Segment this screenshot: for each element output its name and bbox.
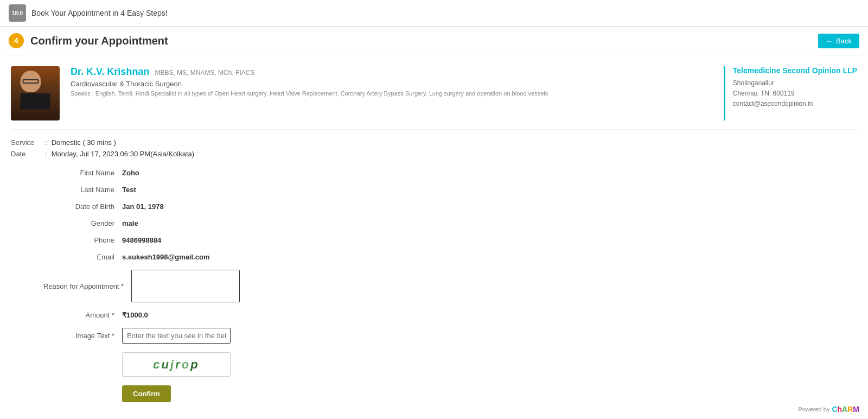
clinic-name: Telemedicine Second Opinion LLP	[733, 66, 857, 75]
first-name-label: First Name	[43, 169, 122, 177]
clinic-section: Telemedicine Second Opinion LLP Sholinga…	[724, 66, 857, 120]
amount-value: ₹1000.0	[122, 311, 148, 319]
top-bar: 18:0 Book Your Appointment in 4 Easy Ste…	[0, 0, 868, 27]
main-content: Dr. K.V. Krishnan MBBS, MS, MNAMS, MCh, …	[0, 55, 868, 419]
gender-label: Gender	[43, 219, 122, 227]
page-title: Confirm your Appointment	[30, 35, 168, 47]
doctor-credentials: MBBS, MS, MNAMS, MCh, FIACS	[155, 69, 254, 77]
last-name-value: Test	[122, 186, 136, 194]
service-value: Domestic ( 30 mins )	[52, 138, 116, 147]
amount-row: Amount * ₹1000.0	[43, 311, 369, 319]
clinic-email: contact@asecondopinion.in	[733, 99, 857, 109]
page-header-left: 4 Confirm your Appointment	[9, 33, 168, 48]
back-arrow-icon: ←	[826, 37, 833, 45]
captcha-text: cujrop	[153, 358, 199, 372]
gender-value: male	[122, 219, 138, 227]
phone-label: Phone	[43, 236, 122, 244]
date-row: Date : Monday, Jul 17, 2023 06:30 PM(Asi…	[11, 150, 857, 158]
dob-label: Date of Birth	[43, 202, 122, 211]
patient-form: First Name Zoho Last Name Test Date of B…	[43, 169, 369, 402]
doctor-speaks: Speaks : English, Tamil, Hindi Specialis…	[71, 90, 713, 97]
amount-label: Amount *	[43, 311, 122, 319]
doctor-section: Dr. K.V. Krishnan MBBS, MS, MNAMS, MCh, …	[11, 66, 857, 130]
confirm-button[interactable]: Confirm	[122, 385, 171, 402]
email-label: Email	[43, 253, 122, 261]
clinic-address: Sholinganallur Chennai, TN, 600119 conta…	[733, 78, 857, 110]
image-text-input[interactable]	[122, 328, 231, 344]
reason-row: Reason for Appointment *	[43, 270, 369, 302]
date-value: Monday, Jul 17, 2023 06:30 PM(Asia/Kolka…	[52, 150, 195, 158]
doctor-info: Dr. K.V. Krishnan MBBS, MS, MNAMS, MCh, …	[71, 66, 713, 120]
phone-value: 9486998884	[122, 236, 161, 244]
confirm-label: Confirm	[133, 390, 160, 398]
doctor-name: Dr. K.V. Krishnan	[71, 66, 149, 78]
clinic-location: Sholinganallur	[733, 78, 857, 88]
last-name-row: Last Name Test	[43, 186, 369, 194]
footer: Powered by ChARM	[798, 405, 859, 414]
last-name-label: Last Name	[43, 186, 122, 194]
back-label: Back	[836, 37, 852, 45]
reason-textarea[interactable]	[131, 270, 240, 302]
date-label: Date	[11, 150, 41, 158]
dob-row: Date of Birth Jan 01, 1978	[43, 202, 369, 211]
first-name-row: First Name Zoho	[43, 169, 369, 177]
step-number: 4	[9, 33, 24, 48]
first-name-value: Zoho	[122, 169, 139, 177]
image-text-label: Image Text *	[43, 332, 122, 340]
reason-label: Reason for Appointment *	[43, 282, 131, 290]
email-row: Email s.sukesh1998@gmail.com	[43, 253, 369, 261]
doctor-photo	[11, 66, 60, 120]
image-text-row: Image Text *	[43, 328, 369, 344]
service-label: Service	[11, 138, 41, 147]
page-header: 4 Confirm your Appointment ← Back	[0, 27, 868, 55]
appointment-info: Service : Domestic ( 30 mins ) Date : Mo…	[11, 138, 857, 158]
step-icon: 18:0	[9, 4, 26, 22]
email-value: s.sukesh1998@gmail.com	[122, 253, 210, 261]
captcha-row: cujrop	[43, 352, 369, 377]
phone-row: Phone 9486998884	[43, 236, 369, 244]
dob-value: Jan 01, 1978	[122, 202, 164, 211]
back-button[interactable]: ← Back	[818, 34, 859, 48]
top-bar-title: Book Your Appointment in 4 Easy Steps!	[31, 9, 168, 17]
powered-by-text: Powered by	[798, 406, 829, 412]
clinic-city: Chennai, TN, 600119	[733, 88, 857, 99]
doctor-specialty: Cardiovascular & Thoracic Surgeon	[71, 80, 713, 88]
confirm-row: Confirm	[43, 385, 369, 402]
charm-logo: ChARM	[832, 405, 859, 414]
service-row: Service : Domestic ( 30 mins )	[11, 138, 857, 147]
gender-row: Gender male	[43, 219, 369, 227]
captcha-image: cujrop	[122, 352, 231, 377]
